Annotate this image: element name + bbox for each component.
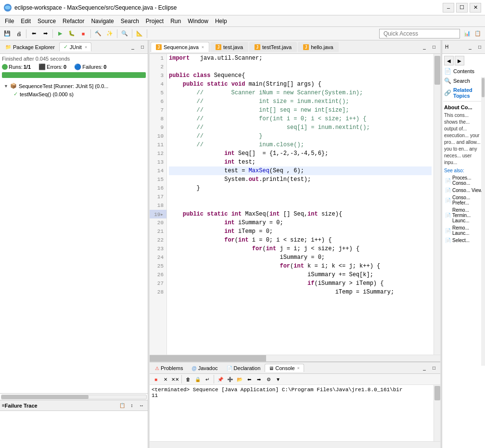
quick-access-input[interactable]: [379, 29, 460, 38]
expand-trace-button[interactable]: ↕: [128, 401, 136, 410]
clean-button[interactable]: ✨: [104, 28, 115, 39]
menu-help[interactable]: Help: [212, 17, 230, 26]
minimize-help-button[interactable]: _: [466, 43, 474, 51]
maximize-button[interactable]: ☐: [456, 3, 468, 13]
console-vscroll-thumb[interactable]: [434, 386, 440, 400]
console-remove-all-button[interactable]: ✕✕: [171, 375, 179, 384]
tab-javadoc[interactable]: @ Javadoc: [187, 364, 222, 372]
console-pin-button[interactable]: 📌: [216, 375, 225, 384]
help-forward-button[interactable]: ▶: [455, 56, 464, 65]
close-button[interactable]: ✕: [470, 3, 481, 13]
console-vscroll[interactable]: [434, 385, 440, 441]
title-controls[interactable]: – ☐ ✕: [443, 3, 481, 13]
help-vscroll-thumb[interactable]: [482, 78, 485, 97]
tab-test-java[interactable]: J test.java: [210, 42, 248, 52]
console-terminate-button[interactable]: ■: [152, 375, 160, 384]
minimize-panel-button[interactable]: _: [128, 43, 137, 51]
help-contents-item[interactable]: 📄 Contents: [443, 66, 484, 76]
panel-controls[interactable]: _ □: [128, 43, 147, 51]
tab-junit[interactable]: ✓ JUnit ×: [59, 42, 91, 51]
minimize-editor-button[interactable]: _: [420, 43, 429, 51]
tab-problems[interactable]: ⚠ Problems: [151, 364, 187, 372]
tab-testtest-java[interactable]: J testTest.java: [249, 42, 297, 52]
console-nav-prev-button[interactable]: ⬅: [245, 375, 254, 384]
perspective-list-button[interactable]: 📋: [472, 28, 483, 39]
tab-console[interactable]: 🖥 Console ×: [265, 364, 304, 372]
help-back-button[interactable]: ◀: [444, 56, 454, 65]
help-link-1[interactable]: 📄 Proces... Conso...: [443, 174, 484, 187]
console-nav-next-button[interactable]: ➡: [255, 375, 263, 384]
console-close-icon[interactable]: ×: [297, 366, 300, 371]
tab-sequence-java[interactable]: J Sequence.java ×: [151, 42, 209, 52]
menu-file[interactable]: File: [2, 17, 17, 26]
save-button[interactable]: 💾: [2, 28, 13, 39]
back-button[interactable]: ⬅: [28, 28, 39, 39]
editor-controls[interactable]: _ □: [420, 43, 440, 51]
hscroll-thumb[interactable]: [150, 355, 266, 361]
maximize-panel-button[interactable]: □: [138, 43, 147, 51]
failure-trace-controls[interactable]: 📋 ↕ ↔: [118, 401, 146, 410]
console-hscroll-track[interactable]: [150, 442, 440, 448]
console-scroll-lock-button[interactable]: 🔒: [193, 375, 202, 384]
menu-project[interactable]: Project: [143, 17, 166, 26]
debug-button[interactable]: 🐛: [66, 28, 77, 39]
menu-source[interactable]: Source: [35, 17, 59, 26]
console-controls[interactable]: _ □: [420, 364, 440, 372]
console-word-wrap-button[interactable]: ↵: [203, 375, 212, 384]
minimize-button[interactable]: –: [443, 3, 454, 13]
maximize-help-button[interactable]: □: [475, 43, 484, 51]
list-item[interactable]: ▼ 📦 SequenceTest [Runner: JUnit 5] (0.0.…: [2, 82, 146, 90]
panel-hscroll[interactable]: [0, 393, 148, 400]
hscroll-thumb[interactable]: [1, 395, 89, 399]
run-button[interactable]: ▶: [55, 28, 65, 39]
maximize-console-button[interactable]: □: [430, 364, 438, 372]
help-link-3[interactable]: 📄 Conso... Prefer...: [443, 194, 484, 206]
hscroll-track[interactable]: [150, 355, 440, 361]
tab-package-explorer[interactable]: 📁 Package Explorer: [1, 43, 59, 51]
console-settings-button[interactable]: ⚙: [264, 375, 273, 384]
right-panel-controls[interactable]: _ □: [466, 43, 484, 51]
help-link-4[interactable]: 📄 Remo... Termin... Launc...: [443, 206, 484, 224]
code-editor[interactable]: 1 2 3 4 5 6 7 8 9 10 11 12 13 14 15 16 1…: [150, 54, 440, 355]
hscroll-track[interactable]: [1, 395, 147, 399]
console-content[interactable]: <terminated> Sequence [Java Application]…: [150, 385, 434, 441]
perspective-button[interactable]: 📐: [134, 28, 145, 39]
menu-window[interactable]: Window: [185, 17, 211, 26]
code-content[interactable]: import java.util.Scanner; public class S…: [167, 54, 434, 355]
minimize-console-button[interactable]: _: [420, 364, 429, 372]
menu-refactor[interactable]: Refactor: [60, 17, 87, 26]
vscroll-thumb[interactable]: [434, 56, 440, 85]
tab-declaration[interactable]: 📄 Declaration: [222, 364, 265, 372]
help-link-6[interactable]: 📄 Select...: [443, 237, 484, 244]
editor-hscroll[interactable]: [150, 355, 440, 361]
console-remove-button[interactable]: ✕: [161, 375, 170, 384]
console-open-button[interactable]: 📂: [235, 375, 244, 384]
copy-trace-button[interactable]: 📋: [118, 401, 127, 410]
editor-vscroll[interactable]: [434, 54, 440, 355]
open-perspective-button[interactable]: 📊: [462, 28, 472, 39]
help-link-2[interactable]: 📄 Conso... View: [443, 187, 484, 194]
console-dropdown-button[interactable]: ▼: [274, 375, 282, 384]
menu-navigate[interactable]: Navigate: [88, 17, 116, 26]
menu-run[interactable]: Run: [167, 17, 184, 26]
console-hscroll[interactable]: [150, 441, 440, 448]
tab-hello-java[interactable]: J hello.java: [298, 42, 338, 52]
print-button[interactable]: 🖨: [13, 28, 24, 39]
forward-button[interactable]: ➡: [40, 28, 51, 39]
help-related-item[interactable]: 🔗 Related Topics: [443, 86, 484, 100]
build-button[interactable]: 🔨: [93, 28, 103, 39]
junit-close-icon[interactable]: ×: [85, 45, 87, 50]
console-new-button[interactable]: ➕: [226, 375, 234, 384]
maximize-editor-button[interactable]: □: [430, 43, 438, 51]
list-item[interactable]: ✓ testMaxSeq() (0.000 s): [2, 90, 146, 98]
help-link-5[interactable]: 📄 Remo... Launc...: [443, 224, 484, 237]
tab-close-icon[interactable]: ×: [202, 45, 204, 50]
stop-button[interactable]: ■: [78, 28, 89, 39]
help-vscroll[interactable]: [481, 77, 485, 366]
collapse-trace-button[interactable]: ↔: [137, 401, 146, 410]
help-search-item[interactable]: 🔍 Search: [443, 76, 484, 86]
console-clear-button[interactable]: 🗑: [184, 375, 192, 384]
menu-search[interactable]: Search: [118, 17, 142, 26]
menu-edit[interactable]: Edit: [18, 17, 34, 26]
search-toolbar-button[interactable]: 🔍: [119, 28, 130, 39]
